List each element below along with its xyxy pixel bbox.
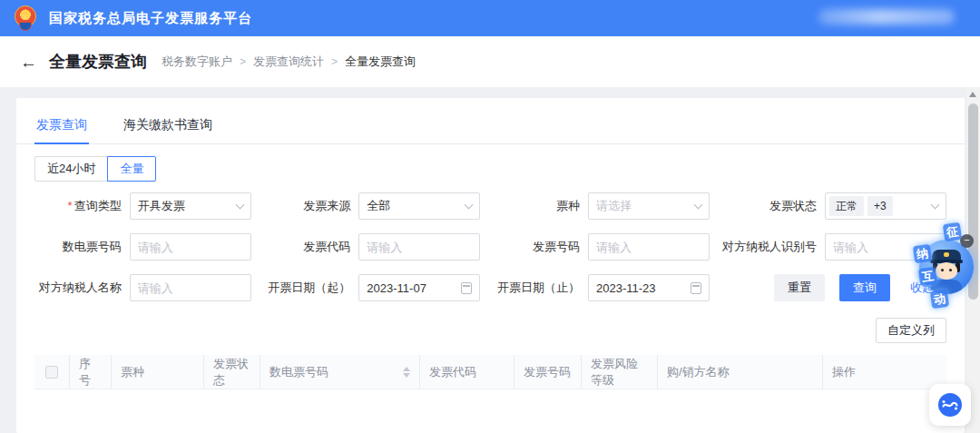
select-value: 全部	[367, 198, 390, 214]
field-invoice-no: 发票号码	[493, 233, 710, 261]
time-range-toggle: 近24小时 全量	[34, 156, 156, 182]
page-title: 全量发票查询	[49, 51, 147, 73]
chevron-down-icon	[694, 200, 703, 209]
counterparty-name-input[interactable]	[130, 274, 251, 301]
app-header: ★ 国家税务总局电子发票服务平台	[0, 0, 980, 36]
status-tag[interactable]: 正常	[829, 196, 864, 216]
invoice-no-input[interactable]	[588, 233, 710, 261]
status-tag-more[interactable]: +3	[867, 196, 893, 216]
query-form: *查询类型 开具发票 发票来源 全部 票种 请选择	[34, 192, 946, 301]
toggle-last-24h[interactable]: 近24小时	[34, 156, 108, 182]
mascot-hide-button[interactable]: −	[960, 234, 974, 248]
select-all-cell	[34, 355, 69, 389]
field-invoice-code: 发票代码	[264, 233, 481, 261]
mascot-char: 征	[943, 222, 962, 241]
customize-columns-button[interactable]: 自定义列	[876, 318, 946, 343]
app-window: ★ 国家税务总局电子发票服务平台 ← 全量发票查询 税务数字账户 > 发票查询统…	[0, 0, 980, 433]
field-label: 发票代码	[264, 239, 359, 255]
field-date-end: 开票日期（止） 2023-11-23	[493, 274, 710, 301]
calendar-icon	[461, 282, 472, 294]
column-header-index: 序号	[69, 355, 111, 389]
field-label: 开票日期（止）	[493, 280, 588, 296]
field-invoice-status: 发票状态 正常 +3	[722, 192, 946, 220]
app-title: 国家税务总局电子发票服务平台	[49, 10, 252, 27]
date-start-picker[interactable]: 2023-11-07	[358, 274, 480, 301]
column-header-buyer-seller: 购/销方名称	[657, 355, 822, 389]
field-invoice-source: 发票来源 全部	[264, 192, 481, 220]
main-panel: 发票查询 海关缴款书查询 近24小时 全量 *查询类型 开具发票 发票来源 全部	[16, 98, 965, 433]
breadcrumb-item-current: 全量发票查询	[345, 54, 416, 70]
column-header-actions: 操作	[822, 355, 946, 389]
invoice-status-multiselect[interactable]: 正常 +3	[825, 192, 946, 220]
column-header-ticket-type: 票种	[111, 355, 203, 389]
national-emblem-icon: ★	[13, 4, 40, 33]
chevron-down-icon	[235, 200, 244, 209]
field-label: 票种	[493, 198, 588, 214]
field-label: 数电票号码	[34, 239, 130, 255]
breadcrumb: 税务数字账户 > 发票查询统计 > 全量发票查询	[162, 54, 416, 70]
field-counterparty-name: 对方纳税人名称	[34, 274, 251, 301]
field-query-type: *查询类型 开具发票	[34, 192, 251, 220]
ticket-type-select[interactable]: 请选择	[588, 192, 710, 220]
breadcrumb-item[interactable]: 发票查询统计	[253, 54, 324, 70]
required-mark: *	[68, 199, 73, 212]
select-all-checkbox[interactable]	[45, 366, 58, 379]
field-digital-invoice-no: 数电票号码	[34, 233, 251, 261]
date-end-picker[interactable]: 2023-11-23	[588, 274, 710, 301]
date-value: 2023-11-07	[367, 281, 426, 295]
tab-customs-payment-query[interactable]: 海关缴款书查询	[122, 107, 214, 143]
tab-bar: 发票查询 海关缴款书查询	[16, 107, 965, 144]
scrollbar-up-arrow-icon[interactable]	[969, 92, 976, 97]
breadcrumb-separator: >	[331, 55, 338, 68]
column-header-digital-no: 数电票号码	[260, 355, 419, 389]
field-label: 发票号码	[493, 239, 588, 255]
digital-invoice-no-input[interactable]	[130, 233, 251, 261]
field-date-start: 开票日期（起） 2023-11-07	[264, 274, 481, 301]
field-label: 发票状态	[722, 198, 825, 214]
chevron-down-icon	[465, 200, 474, 209]
mascot-char: 纳	[913, 244, 932, 263]
field-label: 对方纳税人名称	[34, 280, 130, 296]
page-header-bar: ← 全量发票查询 税务数字账户 > 发票查询统计 > 全量发票查询	[0, 36, 980, 87]
field-label: 发票来源	[264, 198, 359, 214]
field-label: 对方纳税人识别号	[722, 239, 825, 255]
chevron-down-icon	[931, 200, 940, 209]
back-arrow-icon[interactable]: ←	[20, 54, 37, 71]
select-placeholder: 请选择	[596, 198, 632, 214]
field-label: 开票日期（起）	[264, 280, 359, 296]
field-label: *查询类型	[34, 198, 130, 214]
mascot-char: 动	[930, 290, 949, 309]
select-value: 开具发票	[138, 198, 185, 214]
tab-invoice-query[interactable]: 发票查询	[34, 107, 89, 143]
mascot-char: 互	[918, 267, 937, 286]
toggle-full-range[interactable]: 全量	[107, 156, 156, 182]
calendar-icon	[691, 282, 701, 294]
service-swirl-icon	[937, 392, 963, 418]
breadcrumb-item[interactable]: 税务数字账户	[162, 54, 232, 70]
breadcrumb-separator: >	[240, 55, 246, 68]
column-header-invoice-no: 发票号码	[514, 355, 581, 389]
sort-icon[interactable]	[403, 367, 410, 378]
reset-button[interactable]: 重置	[774, 274, 825, 301]
column-header-risk-level: 发票风险等级	[581, 355, 657, 389]
column-header-invoice-status: 发票状态	[203, 355, 260, 389]
floating-service-button[interactable]	[929, 384, 971, 426]
invoice-code-input[interactable]	[358, 233, 480, 261]
query-type-select[interactable]: 开具发票	[130, 192, 251, 220]
invoice-source-select[interactable]: 全部	[358, 192, 480, 220]
date-value: 2023-11-23	[596, 281, 656, 295]
search-button[interactable]: 查询	[839, 274, 890, 301]
field-ticket-type: 票种 请选择	[493, 192, 710, 220]
column-header-invoice-code: 发票代码	[419, 355, 514, 389]
redacted-username	[818, 9, 955, 25]
results-table-header: 序号 票种 发票状态 数电票号码 发票代码 发票号码 发票风险等级 购/销方名称…	[34, 355, 946, 389]
